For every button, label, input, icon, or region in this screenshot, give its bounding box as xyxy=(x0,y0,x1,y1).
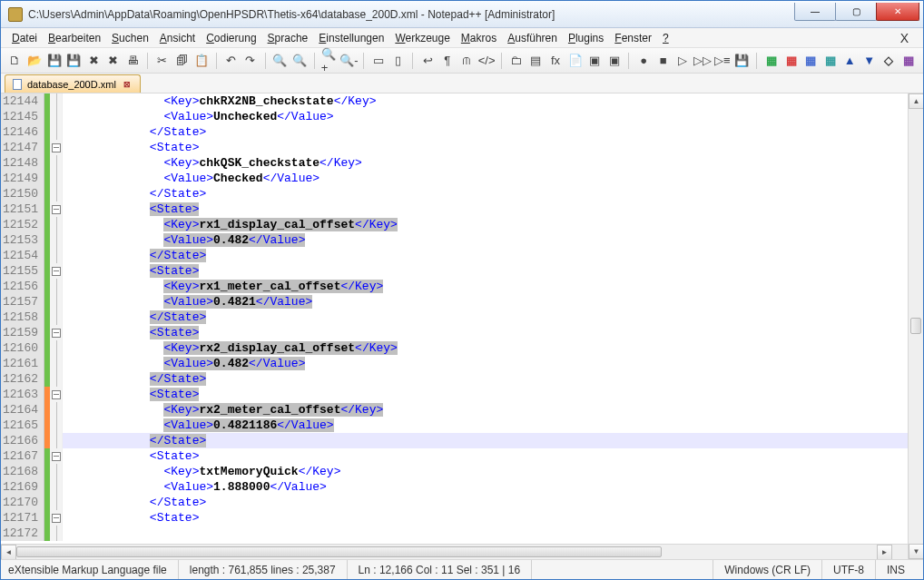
menu-item-?[interactable]: ? xyxy=(657,30,674,46)
code-line[interactable]: 12163 <State> xyxy=(1,387,908,402)
code-line[interactable]: 12172 xyxy=(1,526,908,541)
close-document-button[interactable]: X xyxy=(891,31,918,45)
code-line[interactable]: 12159 <State> xyxy=(1,325,908,340)
code-content[interactable]: </State> xyxy=(63,124,908,140)
hscroll-track[interactable] xyxy=(16,545,877,559)
monitor2-button[interactable]: ▣ xyxy=(605,52,624,70)
code-line[interactable]: 12151 <State> xyxy=(1,202,908,217)
folder-button[interactable]: 🗀 xyxy=(507,52,526,70)
hscroll-thumb[interactable] xyxy=(16,546,662,557)
status-encoding[interactable]: UTF-8 xyxy=(822,560,876,579)
vscroll-thumb[interactable] xyxy=(910,318,921,334)
code-line[interactable]: 12150 </State> xyxy=(1,186,908,202)
c6-button[interactable]: ▼ xyxy=(860,52,879,70)
close-all-button[interactable]: ✖ xyxy=(104,52,123,70)
open-button[interactable]: 📂 xyxy=(26,52,44,70)
fold-collapse-icon[interactable] xyxy=(50,140,63,155)
func-button[interactable]: fx xyxy=(546,52,565,70)
editor[interactable]: 12144 <Key>chkRX2NB_checkstate</Key>1214… xyxy=(1,93,908,559)
code-content[interactable]: <Key>rx2_display_cal_offset</Key> xyxy=(63,340,908,356)
code-content[interactable]: <Key>rx1_meter_cal_offset</Key> xyxy=(63,279,908,294)
menu-item-sprache[interactable]: Sprache xyxy=(262,30,314,46)
status-insert-mode[interactable]: INS xyxy=(876,560,916,579)
code-line[interactable]: 12171 <State> xyxy=(1,510,908,526)
editor-body[interactable]: 12144 <Key>chkRX2NB_checkstate</Key>1214… xyxy=(1,93,908,544)
close-button[interactable]: ✖ xyxy=(84,52,103,70)
code-content[interactable]: </State> xyxy=(63,310,908,325)
code-content[interactable]: </State> xyxy=(63,433,908,448)
c8-button[interactable]: ▦ xyxy=(899,52,918,70)
code-content[interactable]: <Key>rx1_display_cal_offset</Key> xyxy=(63,217,908,232)
play-button[interactable]: ▷ xyxy=(674,52,693,70)
find-button[interactable]: 🔍 xyxy=(271,52,290,70)
all-chars-button[interactable]: ¶ xyxy=(438,52,457,70)
print-button[interactable]: 🖶 xyxy=(123,52,142,70)
code-content[interactable]: <State> xyxy=(63,510,908,526)
menu-item-ausführen[interactable]: Ausführen xyxy=(502,30,563,46)
code-line[interactable]: 12144 <Key>chkRX2NB_checkstate</Key> xyxy=(1,93,908,109)
code-content[interactable]: <Key>chkQSK_checkstate</Key> xyxy=(63,155,908,171)
c5-button[interactable]: ▲ xyxy=(840,52,859,70)
code-line[interactable]: 12165 <Value>0.4821186</Value> xyxy=(1,418,908,433)
code-content[interactable]: <Key>chkRX2NB_checkstate</Key> xyxy=(63,93,908,109)
c1-button[interactable]: ▦ xyxy=(762,52,781,70)
code-content[interactable]: <Value>Unchecked</Value> xyxy=(63,109,908,124)
code-line[interactable]: 12160 <Key>rx2_display_cal_offset</Key> xyxy=(1,340,908,356)
menu-item-fenster[interactable]: Fenster xyxy=(609,30,657,46)
code-content[interactable]: </State> xyxy=(63,186,908,202)
vscroll-track[interactable] xyxy=(909,109,923,544)
code-content[interactable]: <State> xyxy=(63,387,908,402)
scroll-down-icon[interactable]: ▼ xyxy=(909,544,923,559)
maximize-button[interactable]: ▢ xyxy=(835,3,877,21)
fold-collapse-icon[interactable] xyxy=(50,510,63,526)
code-line[interactable]: 12146 </State> xyxy=(1,124,908,140)
menu-item-plugins[interactable]: Plugins xyxy=(563,30,609,46)
replace-button[interactable]: 🔍 xyxy=(290,52,309,70)
code-line[interactable]: 12145 <Value>Unchecked</Value> xyxy=(1,109,908,124)
code-content[interactable]: <Value>1.888000</Value> xyxy=(63,479,908,495)
code-line[interactable]: 12153 <Value>0.482</Value> xyxy=(1,232,908,248)
indent-guide-button[interactable]: ⫙ xyxy=(458,52,477,70)
menu-item-bearbeiten[interactable]: Bearbeiten xyxy=(43,30,106,46)
copy-button[interactable]: 🗐 xyxy=(172,52,191,70)
code-line[interactable]: 12152 <Key>rx1_display_cal_offset</Key> xyxy=(1,217,908,232)
save-macro-button[interactable]: 💾 xyxy=(733,52,752,70)
code-line[interactable]: 12157 <Value>0.4821</Value> xyxy=(1,294,908,310)
code-line[interactable]: 12162 </State> xyxy=(1,371,908,387)
scroll-right-icon[interactable]: ► xyxy=(877,545,892,559)
lang-button[interactable]: </> xyxy=(477,52,496,70)
stop-button[interactable]: ■ xyxy=(654,52,673,70)
cut-button[interactable]: ✂ xyxy=(153,52,172,70)
save-all-button[interactable]: 💾 xyxy=(65,52,84,70)
paste-button[interactable]: 📋 xyxy=(192,52,211,70)
code-line[interactable]: 12168 <Key>txtMemoryQuick</Key> xyxy=(1,464,908,479)
code-line[interactable]: 12154 </State> xyxy=(1,248,908,263)
code-content[interactable]: <Key>rx2_meter_cal_offset</Key> xyxy=(63,402,908,418)
zoom-out-button[interactable]: 🔍- xyxy=(339,52,358,70)
code-content[interactable]: <State> xyxy=(63,140,908,155)
code-line[interactable]: 12147 <State> xyxy=(1,140,908,155)
code-content[interactable] xyxy=(63,526,908,541)
undo-button[interactable]: ↶ xyxy=(222,52,241,70)
menu-item-einstellungen[interactable]: Einstellungen xyxy=(313,30,389,46)
fold-collapse-icon[interactable] xyxy=(50,325,63,340)
code-line[interactable]: 12155 <State> xyxy=(1,263,908,279)
play-ff-button[interactable]: ▷▷ xyxy=(693,52,712,70)
code-content[interactable]: <Value>0.4821</Value> xyxy=(63,294,908,310)
menu-item-ansicht[interactable]: Ansicht xyxy=(154,30,201,46)
record-button[interactable]: ● xyxy=(634,52,653,70)
code-content[interactable]: </State> xyxy=(63,248,908,263)
c4-button[interactable]: ▦ xyxy=(821,52,840,70)
code-content[interactable]: <Value>0.482</Value> xyxy=(63,232,908,248)
menu-item-werkzeuge[interactable]: Werkzeuge xyxy=(389,30,455,46)
code-line[interactable]: 12170 </State> xyxy=(1,495,908,510)
code-content[interactable]: <Value>0.4821186</Value> xyxy=(63,418,908,433)
code-content[interactable]: <Value>Checked</Value> xyxy=(63,171,908,186)
fold-collapse-icon[interactable] xyxy=(50,448,63,464)
code-line[interactable]: 12169 <Value>1.888000</Value> xyxy=(1,479,908,495)
code-content[interactable]: </State> xyxy=(63,495,908,510)
menu-item-makros[interactable]: Makros xyxy=(456,30,502,46)
fold-collapse-icon[interactable] xyxy=(50,263,63,279)
code-content[interactable]: <State> xyxy=(63,325,908,340)
tab-active[interactable]: database_200D.xml ⊠ xyxy=(5,74,141,93)
